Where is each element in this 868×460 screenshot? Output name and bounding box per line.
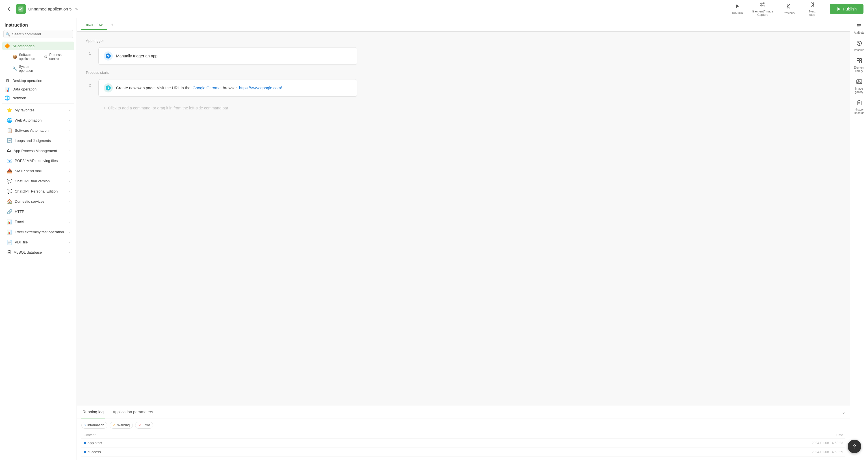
step-1-card[interactable]: Manually trigger an app bbox=[98, 47, 357, 65]
network-icon: 🌐 bbox=[4, 95, 10, 100]
nav-item-favorites[interactable]: ⭐My favorites› bbox=[2, 105, 74, 115]
nav-chevron-chatgpt-trial: › bbox=[69, 179, 70, 183]
nav-item-label-web: Web Automation bbox=[15, 118, 41, 122]
nav-item-chatgpt-personal[interactable]: 💬ChatGPT Personal Edition› bbox=[2, 186, 74, 196]
right-panel: Attribute Variable Element library Image… bbox=[850, 18, 868, 460]
nav-item-software[interactable]: 📋Software Automation› bbox=[2, 125, 74, 136]
element-library-icon bbox=[856, 58, 862, 65]
loops-icon: 🔄 bbox=[7, 138, 12, 143]
svg-rect-21 bbox=[857, 61, 859, 63]
nav-item-web[interactable]: 🌐Web Automation› bbox=[2, 115, 74, 125]
filter-error[interactable]: ✕ Error bbox=[135, 422, 153, 429]
nav-item-smtp[interactable]: 📤SMTP send mail› bbox=[2, 166, 74, 176]
pop3-icon: 📧 bbox=[7, 158, 12, 164]
tab-app-params[interactable]: Application parameters bbox=[112, 406, 154, 419]
nav-items: ⭐My favorites›🌐Web Automation›📋Software … bbox=[0, 105, 76, 257]
nav-item-label-software: Software Automation bbox=[15, 128, 49, 133]
collapse-panel-button[interactable]: ⌄ bbox=[842, 409, 845, 415]
nav-item-excel-fast[interactable]: 📊Excel extremely fast operation› bbox=[2, 227, 74, 237]
canvas-area: App trigger 1 Manually trigger an app Pr… bbox=[77, 32, 850, 406]
trial-run-button[interactable]: Trial run bbox=[729, 3, 746, 15]
chatgpt-personal-icon: 💬 bbox=[7, 189, 12, 194]
category-desktop[interactable]: 🖥 Desktop operation bbox=[2, 76, 74, 85]
nav-chevron-excel-fast: › bbox=[69, 230, 70, 234]
col-content: Content bbox=[82, 432, 377, 438]
search-input[interactable] bbox=[3, 30, 73, 38]
log-row: app start2024-01-08 14:53:23 bbox=[82, 438, 845, 448]
step-1-text: Manually trigger an app bbox=[116, 54, 157, 58]
sub-cat-process[interactable]: ⚙ Process control bbox=[42, 52, 72, 62]
nav-item-http[interactable]: 🔗HTTP› bbox=[2, 207, 74, 217]
category-all[interactable]: 🔶 All categories bbox=[2, 41, 74, 50]
publish-button[interactable]: Publish bbox=[830, 4, 864, 14]
nav-item-mysql[interactable]: 🗄MySQL database› bbox=[2, 248, 74, 257]
process-icon: ⚙ bbox=[44, 55, 48, 59]
software-icon: 📋 bbox=[7, 128, 12, 133]
filter-warning[interactable]: ⚠ Warning bbox=[110, 422, 133, 429]
trial-run-label: Trial run bbox=[732, 11, 743, 15]
nav-item-excel[interactable]: 📊Excel› bbox=[2, 217, 74, 227]
nav-item-loops[interactable]: 🔄Loops and Judgments› bbox=[2, 136, 74, 146]
rp-variables[interactable]: Variable bbox=[851, 38, 867, 54]
svg-marker-1 bbox=[736, 4, 739, 8]
rp-element-library[interactable]: Element library bbox=[851, 55, 867, 75]
rp-image-gallery[interactable]: Image gallery bbox=[851, 76, 867, 96]
nav-item-pop3[interactable]: 📧POP3/IMAP receiving files› bbox=[2, 156, 74, 166]
nav-item-label-loops: Loops and Judgments bbox=[15, 139, 51, 143]
toolbar-actions: Trial run Element/Image Capture Previous… bbox=[729, 1, 821, 17]
element-capture-button[interactable]: Element/Image Capture bbox=[752, 1, 773, 17]
sub-cat-system[interactable]: 🔧 System operation bbox=[10, 63, 41, 74]
sub-cat-software[interactable]: 📦 Software application bbox=[10, 52, 41, 62]
next-step-label: Next step bbox=[809, 10, 815, 17]
nav-item-label-app-process: App-Process Management bbox=[13, 149, 57, 153]
step-2-row: 2 Create new web page Visit the URL in t… bbox=[86, 79, 357, 97]
rp-history-records[interactable]: History Records bbox=[851, 97, 867, 117]
filter-information[interactable]: ℹ Information bbox=[82, 422, 107, 429]
nav-item-app-process[interactable]: 🗂App-Process Management› bbox=[2, 146, 74, 155]
domestic-icon: 🏠 bbox=[7, 199, 12, 204]
tab-running-log[interactable]: Running log bbox=[82, 406, 105, 419]
svg-point-11 bbox=[107, 55, 109, 57]
flow-add-tab[interactable]: + bbox=[108, 21, 116, 29]
mysql-icon: 🗄 bbox=[7, 250, 11, 255]
step-2-icon bbox=[104, 83, 113, 92]
add-command[interactable]: + Click to add a command, or drag it in … bbox=[98, 102, 370, 114]
excel-icon: 📊 bbox=[7, 219, 12, 225]
step-2-url[interactable]: https://www.google.com/ bbox=[239, 86, 282, 90]
category-network[interactable]: 🌐 Network bbox=[2, 93, 74, 102]
previous-button[interactable]: Previous bbox=[780, 3, 797, 15]
info-chip-icon: ℹ bbox=[85, 423, 86, 427]
back-button[interactable] bbox=[4, 4, 13, 13]
svg-point-2 bbox=[762, 3, 764, 5]
log-row: success2024-01-08 14:53:29 bbox=[82, 448, 845, 457]
step-2-card[interactable]: Create new web page Visit the URL in the… bbox=[98, 79, 357, 97]
nav-item-pdf[interactable]: 📄PDF file› bbox=[2, 237, 74, 247]
svg-rect-20 bbox=[860, 59, 862, 60]
flow-tab-main[interactable]: main flow bbox=[82, 20, 107, 30]
log-tbody: app start2024-01-08 14:53:23success2024-… bbox=[82, 438, 845, 457]
next-step-button[interactable]: Next step bbox=[804, 1, 821, 17]
excel-fast-icon: 📊 bbox=[7, 229, 12, 235]
trial-run-icon bbox=[734, 3, 740, 11]
col-time: Time bbox=[377, 432, 845, 438]
nav-item-domestic[interactable]: 🏠Domestic services› bbox=[2, 197, 74, 206]
edit-icon[interactable]: ✎ bbox=[75, 7, 78, 11]
nav-item-label-pdf: PDF file bbox=[15, 240, 28, 244]
step-2-browser[interactable]: Google Chrome bbox=[193, 86, 221, 90]
nav-item-label-mysql: MySQL database bbox=[13, 250, 42, 255]
search-box: 🔍 bbox=[3, 30, 73, 38]
sidebar-divider bbox=[2, 104, 74, 104]
nav-item-label-excel-fast: Excel extremely fast operation bbox=[15, 230, 64, 234]
svg-rect-22 bbox=[860, 61, 862, 63]
rp-variables-label: Variable bbox=[854, 49, 864, 52]
category-data[interactable]: 📊 Data operation bbox=[2, 85, 74, 93]
add-icon: + bbox=[103, 106, 106, 110]
nav-item-chatgpt-trial[interactable]: 💬ChatGPT trial version› bbox=[2, 176, 74, 186]
log-time: 2024-01-08 14:53:23 bbox=[377, 438, 845, 448]
favorites-icon: ⭐ bbox=[7, 108, 12, 113]
nav-item-label-favorites: My favorites bbox=[15, 108, 34, 112]
process-starts-label: Process starts bbox=[86, 70, 841, 75]
help-button[interactable]: ? bbox=[848, 440, 861, 453]
app-process-icon: 🗂 bbox=[7, 148, 11, 153]
rp-attributes[interactable]: Attribute bbox=[851, 20, 867, 37]
